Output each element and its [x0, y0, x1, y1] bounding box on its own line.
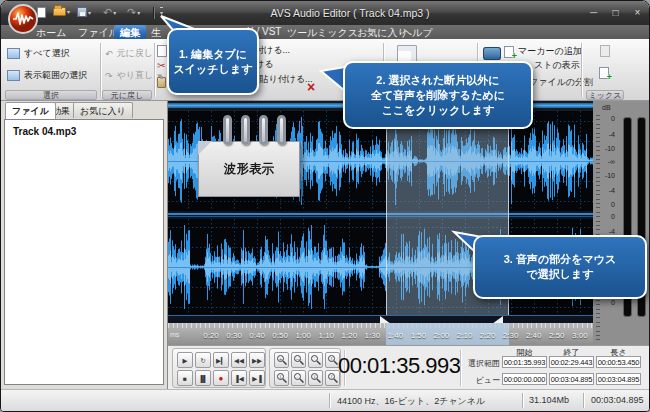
transport-play-button[interactable]: ▶ — [177, 352, 193, 368]
transport-pause-button[interactable]: ▐▌ — [195, 370, 211, 386]
tab-mix[interactable]: ミックス — [317, 26, 358, 40]
db-label: 0 — [599, 299, 615, 306]
cut-icon[interactable]: ✂ — [157, 61, 165, 71]
view-field-1[interactable]: 00:03:04.895 — [549, 373, 594, 385]
add-marker-button[interactable]: + マーカーの追加 — [504, 45, 582, 58]
selection-strip[interactable] — [168, 315, 593, 323]
tab-edit[interactable]: 編集 — [114, 25, 146, 39]
window-title: AVS Audio Editor ( Track 04.mp3 ) — [171, 7, 529, 19]
add-marker-icon: + — [504, 46, 514, 58]
ruler-label: 3:00 — [572, 331, 588, 340]
svg-text:!: ! — [330, 374, 332, 380]
time-display: 00:01:35.993 — [338, 353, 456, 379]
svg-text:!: ! — [330, 356, 332, 362]
ruler-unit-label: ms — [170, 331, 179, 338]
view-label: ビュー — [462, 375, 500, 386]
redo-icon[interactable]: ↷▾ — [125, 7, 143, 17]
split-file-button[interactable]: ファイルの分割 — [529, 76, 593, 89]
db-unit-label: dB — [602, 104, 611, 111]
mix-file-icon[interactable] — [600, 45, 610, 57]
maximize-button[interactable]: □ — [607, 6, 624, 19]
transport-zoom-start-button[interactable]: | — [274, 370, 289, 386]
db-label: 0 — [599, 201, 615, 208]
transport-fast-forward-button[interactable]: ▶▶ — [249, 352, 265, 368]
transport-zoom-in-button[interactable]: + — [274, 352, 289, 368]
view-field-0[interactable]: 00:00:00.000 — [502, 373, 547, 385]
transport-zoom-out-button[interactable]: − — [291, 352, 306, 368]
marker-list-button[interactable]: ストの表示 — [534, 59, 580, 72]
callout-step2: 2. 選択された断片以外に全て音声を削除するためにここをクリックします — [343, 61, 533, 129]
tab-tools[interactable]: ツール — [287, 26, 317, 40]
view-field-2[interactable]: 00:03:04.895 — [596, 373, 641, 385]
side-panel: ファイル 効果 お気に入り Track 04.mp3 — [1, 101, 168, 391]
mix-new-icon[interactable]: + — [599, 67, 609, 79]
panel-tab-files[interactable]: ファイル — [5, 102, 56, 119]
panel-tab-favorites[interactable]: お気に入り — [73, 102, 133, 118]
status-separator — [522, 393, 523, 408]
minimize-button[interactable]: ─ — [585, 6, 602, 19]
ribbon-separator — [581, 43, 582, 97]
transport-zoom-reset-button[interactable]: ˙ — [308, 352, 323, 368]
status-bar: 44100 Hz、16-ビット、2チャンネル 31.104Mb 00:03:04… — [1, 389, 650, 411]
db-label: -4 — [599, 187, 615, 194]
status-separator — [583, 393, 584, 408]
select-view-range-icon — [7, 70, 20, 81]
open-folder-icon[interactable]: ▾ — [53, 7, 73, 16]
level-meters — [618, 101, 650, 345]
menu-tab-row: ホームファイル編集生X / VSTツールミックスお気に入りヘルプ — [1, 25, 649, 39]
callout-step1: 1. 編集タブにスイッチします — [167, 28, 259, 95]
tab-help[interactable]: ヘルプ — [402, 26, 433, 40]
ruler-label: 1:00 — [295, 331, 311, 340]
selection-range-label: 選択範囲 — [462, 358, 500, 369]
save-icon[interactable]: ▾ — [77, 7, 94, 17]
transport-loop-button[interactable]: ↻ — [195, 352, 211, 368]
transport-go-to-end-button[interactable]: ▶▐ — [249, 370, 265, 386]
transport-rewind-button[interactable]: ◀◀ — [231, 352, 247, 368]
transport-record-button[interactable]: ● — [213, 370, 229, 386]
status-file-size: 31.104Mb — [529, 395, 569, 405]
status-audio-format: 44100 Hz、16-ビット、2チャンネル — [337, 395, 485, 408]
ruler-label: 0:20 — [203, 331, 219, 340]
note-ring — [223, 115, 232, 145]
tab-home[interactable]: ホーム — [36, 26, 66, 40]
svg-text:˙: ˙ — [313, 356, 315, 362]
selection-field-0[interactable]: 00:01:35.993 — [502, 356, 547, 368]
selection-field-2[interactable]: 00:00:53.450 — [596, 356, 641, 368]
ruler-label: 2:50 — [549, 331, 565, 340]
ruler-label: 0:40 — [249, 331, 265, 340]
transport-stop-button[interactable]: ■ — [177, 370, 193, 386]
transport-zoom-full-button[interactable]: · — [291, 370, 306, 386]
new-mix-icon: + — [599, 67, 609, 79]
timeline-ruler[interactable]: ms 0:200:300:400:501:001:101:201:301:401… — [168, 323, 593, 345]
title-bar: ▾ ▾ ↶▾ ↷▾ ▾ AVS Audio Editor ( Track 04.… — [1, 1, 649, 25]
db-label: -4 — [599, 131, 615, 138]
ribbon-separator — [154, 43, 155, 97]
copy-icon[interactable] — [157, 45, 167, 57]
callout-step3: 3. 音声の部分をマウスで選択します — [473, 235, 647, 299]
transport-zoom-end-button[interactable]: | — [308, 370, 323, 386]
status-separator — [329, 393, 330, 408]
selection-field-1[interactable]: 00:02:29.443 — [549, 356, 594, 368]
status-total-duration: 00:03:04.895 — [591, 395, 644, 405]
ruler-label: 0:30 — [226, 331, 242, 340]
select-all-icon — [7, 48, 20, 59]
file-list: Track 04.mp3 — [4, 119, 164, 385]
select-all-button[interactable]: すべて選択 — [7, 47, 70, 60]
avs-logo-icon — [7, 3, 39, 39]
paste-icon[interactable] — [157, 77, 166, 88]
note-label: 波形表示 — [224, 161, 274, 178]
tab-favorites[interactable]: お気に入り — [357, 26, 408, 40]
select-view-range-button[interactable]: 表示範囲の選択 — [7, 69, 87, 82]
transport-go-to-start-button[interactable]: ▐◀ — [231, 370, 247, 386]
tab-file[interactable]: ファイル — [78, 26, 119, 40]
transport-play-selection-button[interactable]: ▶▎ — [213, 352, 229, 368]
delete-button[interactable]: × — [307, 81, 315, 94]
ruler-label: 0:50 — [272, 331, 288, 340]
paste-menu-item[interactable]: 付ける... — [255, 44, 290, 57]
marker-icon — [483, 47, 501, 60]
close-button[interactable]: × — [629, 6, 646, 19]
undo-icon[interactable]: ↶▾ — [101, 7, 119, 17]
file-list-item[interactable]: Track 04.mp3 — [13, 126, 76, 137]
ruler-label: 2:10 — [457, 331, 473, 340]
ruler-label: 1:10 — [318, 331, 334, 340]
